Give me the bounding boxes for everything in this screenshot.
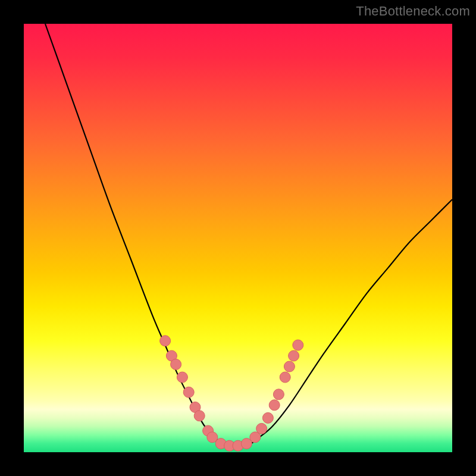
curve-layer <box>45 24 452 446</box>
data-marker <box>273 389 284 400</box>
data-marker <box>171 359 181 369</box>
bottleneck-curve <box>45 24 452 446</box>
data-marker <box>160 336 171 346</box>
data-marker <box>183 387 194 397</box>
data-marker <box>256 423 267 434</box>
watermark-text: TheBottleneck.com <box>356 4 470 19</box>
data-marker <box>269 400 280 411</box>
chart-container: TheBottleneck.com <box>0 0 476 476</box>
plot-area <box>24 24 452 452</box>
data-marker <box>284 361 295 372</box>
chart-svg <box>24 24 452 452</box>
data-marker <box>177 372 187 383</box>
data-marker <box>262 412 273 423</box>
data-marker <box>194 411 205 421</box>
data-marker <box>293 340 303 350</box>
marker-layer <box>160 336 303 451</box>
data-marker <box>289 350 299 361</box>
data-marker <box>280 372 290 383</box>
